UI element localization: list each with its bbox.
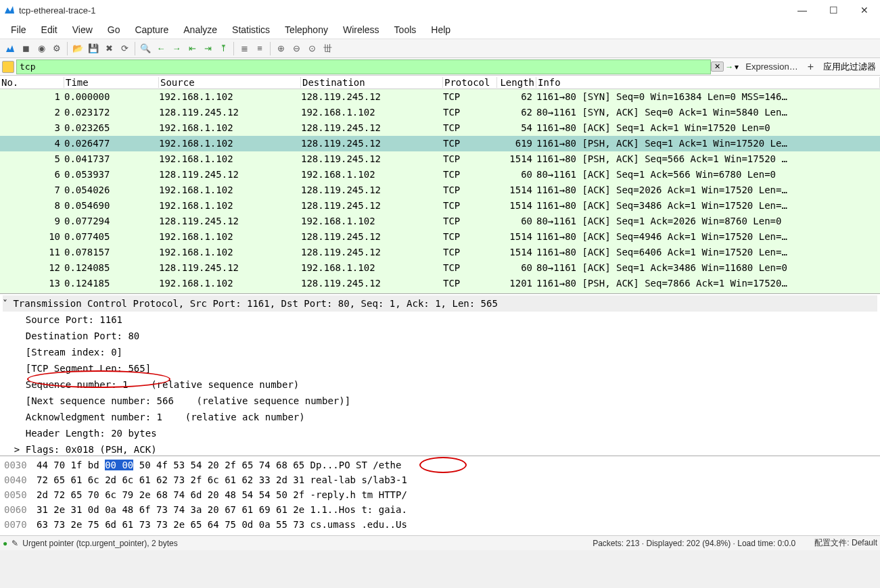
start-capture-icon[interactable] [3, 41, 18, 56]
col-destination[interactable]: Destination [301, 77, 443, 88]
table-row[interactable]: 120.124085128.119.245.12192.168.1.102TCP… [0, 260, 880, 276]
close-button[interactable]: ✕ [849, 0, 880, 20]
details-header[interactable]: ˅ Transmission Control Protocol, Src Por… [3, 295, 877, 312]
stop-capture-icon[interactable]: ◼ [18, 41, 33, 56]
filter-dropdown-icon[interactable]: ▾ [735, 62, 739, 72]
status-field: Urgent pointer (tcp.urgent_pointer), 2 b… [22, 539, 177, 548]
menu-wireless[interactable]: Wireless [336, 22, 386, 37]
packet-list[interactable]: 10.000000192.168.1.102128.119.245.12TCP6… [0, 89, 880, 293]
go-forward-icon[interactable]: → [169, 41, 184, 56]
details-line[interactable]: Destination Port: 80 [3, 328, 877, 344]
status-packets: Packets: 213 · Displayed: 202 (94.8%) · … [593, 539, 795, 548]
packet-details[interactable]: ˅ Transmission Control Protocol, Src Por… [0, 293, 880, 456]
table-row[interactable]: 90.077294128.119.245.12192.168.1.102TCP6… [0, 214, 880, 229]
menu-help[interactable]: Help [424, 22, 457, 37]
open-file-icon[interactable]: 📂 [70, 41, 85, 56]
status-profile[interactable]: 配置文件: Default [814, 537, 877, 549]
zoom-out-icon[interactable]: ⊖ [289, 41, 304, 56]
table-row[interactable]: 30.023265192.168.1.102128.119.245.12TCP5… [0, 120, 880, 136]
menubar: File Edit View Go Capture Analyze Statis… [0, 20, 880, 39]
table-row[interactable]: 20.023172128.119.245.12192.168.1.102TCP6… [0, 105, 880, 120]
col-length[interactable]: Length [497, 77, 536, 88]
reload-icon[interactable]: ⟳ [117, 41, 132, 56]
table-row[interactable]: 100.077405192.168.1.102128.119.245.12TCP… [0, 229, 880, 245]
menu-file[interactable]: File [4, 22, 33, 37]
bookmark-icon[interactable] [2, 61, 14, 73]
status-bullet-icon: ● [3, 539, 7, 548]
col-source[interactable]: Source [159, 77, 301, 88]
filter-bar: ✕ → ▾ Expression… + 应用此过滤器 [0, 58, 880, 76]
find-icon[interactable]: 🔍 [138, 41, 153, 56]
zoom-in-icon[interactable]: ⊕ [273, 41, 288, 56]
details-line[interactable]: > Flags: 0x018 (PSH, ACK) [3, 441, 877, 456]
restart-capture-icon[interactable]: ◉ [34, 41, 49, 56]
go-to-packet-icon[interactable]: ⇤ [185, 41, 200, 56]
menu-statistics[interactable]: Statistics [225, 22, 277, 37]
col-protocol[interactable]: Protocol [443, 77, 497, 88]
expert-info-icon[interactable]: ✎ [11, 539, 18, 548]
hex-line[interactable]: 007063 73 2e 75 6d 61 73 73 2e 65 64 75 … [4, 517, 876, 532]
details-line[interactable]: Source Port: 1161 [3, 312, 877, 328]
table-row[interactable]: 10.000000192.168.1.102128.119.245.12TCP6… [0, 89, 880, 105]
table-row[interactable]: 70.054026192.168.1.102128.119.245.12TCP1… [0, 182, 880, 198]
menu-view[interactable]: View [66, 22, 99, 37]
auto-scroll-icon[interactable]: ≣ [237, 41, 252, 56]
wireshark-icon [4, 5, 15, 16]
expression-button[interactable]: Expression… [741, 62, 802, 72]
colorize-icon[interactable]: ≡ [252, 41, 267, 56]
go-back-icon[interactable]: ← [154, 41, 168, 56]
details-line[interactable]: Sequence number: 1 (relative sequence nu… [3, 376, 877, 393]
display-filter-input[interactable] [16, 59, 711, 74]
zoom-reset-icon[interactable]: ⊙ [304, 41, 319, 56]
details-line[interactable]: Acknowledgment number: 1 (relative ack n… [3, 409, 877, 425]
details-line[interactable]: [Stream index: 0] [3, 344, 877, 360]
menu-tools[interactable]: Tools [388, 22, 423, 37]
col-no[interactable]: No. [0, 77, 64, 88]
minimize-button[interactable]: — [787, 0, 818, 20]
window-title: tcp-ethereal-trace-1 [19, 5, 787, 16]
details-line[interactable]: Header Length: 20 bytes [3, 425, 877, 441]
table-row[interactable]: 130.124185192.168.1.102128.119.245.12TCP… [0, 276, 880, 291]
menu-analyze[interactable]: Analyze [177, 22, 224, 37]
resize-columns-icon[interactable]: 丗 [320, 41, 335, 56]
hex-line[interactable]: 006031 2e 31 0d 0a 48 6f 73 74 3a 20 67 … [4, 502, 876, 517]
go-first-icon[interactable]: ⇥ [200, 41, 215, 56]
table-row[interactable]: 40.026477192.168.1.102128.119.245.12TCP6… [0, 136, 880, 151]
close-file-icon[interactable]: ✖ [101, 41, 116, 56]
go-last-icon[interactable]: ⤒ [216, 41, 231, 56]
maximize-button[interactable]: ☐ [818, 0, 849, 20]
packet-list-header: No. Time Source Destination Protocol Len… [0, 76, 880, 89]
menu-go[interactable]: Go [101, 22, 127, 37]
capture-options-icon[interactable]: ⚙ [49, 41, 64, 56]
packet-bytes[interactable]: 003044 70 1f bd 00 00 50 4f 53 54 20 2f … [0, 456, 880, 535]
hex-line[interactable]: 00502d 72 65 70 6c 79 2e 68 74 6d 20 48 … [4, 487, 876, 502]
save-file-icon[interactable]: 💾 [86, 41, 101, 56]
menu-edit[interactable]: Edit [34, 22, 64, 37]
menu-telephony[interactable]: Telephony [278, 22, 335, 37]
table-row[interactable]: 110.078157192.168.1.102128.119.245.12TCP… [0, 245, 880, 260]
hex-line[interactable]: 004072 65 61 6c 2d 6c 61 62 73 2f 6c 61 … [4, 472, 876, 487]
apply-arrow-icon[interactable]: → [725, 62, 733, 72]
titlebar: tcp-ethereal-trace-1 — ☐ ✕ [0, 0, 880, 20]
details-line[interactable]: [Next sequence number: 566 (relative seq… [3, 393, 877, 409]
table-row[interactable]: 80.054690192.168.1.102128.119.245.12TCP1… [0, 198, 880, 214]
details-line[interactable]: [TCP Segment Len: 565] [3, 360, 877, 376]
table-row[interactable]: 60.053937128.119.245.12192.168.1.102TCP6… [0, 167, 880, 182]
table-row[interactable]: 50.041737192.168.1.102128.119.245.12TCP1… [0, 151, 880, 167]
col-time[interactable]: Time [64, 77, 159, 88]
clear-filter-icon[interactable]: ✕ [711, 62, 724, 72]
col-info[interactable]: Info [536, 77, 880, 88]
statusbar: ● ✎ Urgent pointer (tcp.urgent_pointer),… [0, 535, 880, 550]
add-filter-button[interactable]: + [802, 61, 819, 73]
apply-filter-label[interactable]: 应用此过滤器 [819, 61, 880, 73]
menu-capture[interactable]: Capture [128, 22, 175, 37]
toolbar: ◼ ◉ ⚙ 📂 💾 ✖ ⟳ 🔍 ← → ⇤ ⇥ ⤒ ≣ ≡ ⊕ ⊖ ⊙ 丗 [0, 39, 880, 58]
hex-line[interactable]: 003044 70 1f bd 00 00 50 4f 53 54 20 2f … [4, 458, 876, 472]
